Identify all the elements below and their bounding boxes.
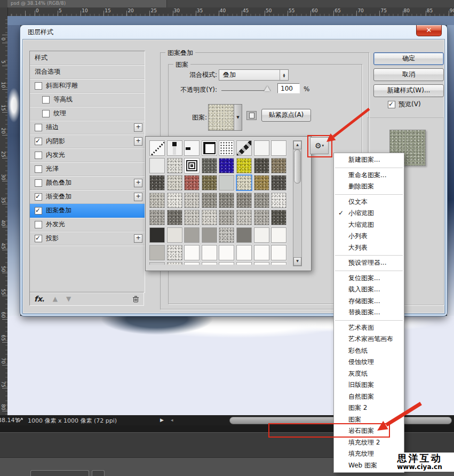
- style-checkbox[interactable]: [35, 124, 42, 131]
- document-tab[interactable]: psd @ 38.14% (RGB/8): [7, 0, 167, 7]
- style-list-item-渐变叠加[interactable]: 渐变叠加+: [30, 190, 145, 204]
- menu-item-艺术表面[interactable]: 艺术表面: [334, 322, 404, 334]
- pattern-swatch[interactable]: [184, 158, 200, 173]
- pattern-swatch[interactable]: [184, 227, 200, 243]
- pattern-swatch[interactable]: [202, 140, 217, 156]
- style-checkbox[interactable]: [35, 235, 42, 242]
- expand-plus-icon[interactable]: +: [134, 137, 142, 146]
- opacity-slider-thumb[interactable]: [264, 86, 270, 91]
- pattern-swatch[interactable]: [149, 210, 165, 225]
- pattern-swatch[interactable]: [167, 210, 182, 225]
- pattern-swatch[interactable]: [254, 210, 269, 225]
- pattern-swatch-selected[interactable]: [236, 174, 252, 191]
- new-pattern-from-current-icon[interactable]: [246, 111, 257, 120]
- pattern-swatch[interactable]: [254, 245, 269, 260]
- pattern-swatch[interactable]: [271, 245, 286, 260]
- pattern-swatch[interactable]: [271, 140, 286, 156]
- pattern-swatch[interactable]: [167, 193, 182, 208]
- pattern-swatch[interactable]: [254, 140, 269, 156]
- pattern-swatch-current[interactable]: [208, 104, 234, 131]
- pattern-swatch[interactable]: [219, 158, 234, 173]
- pattern-swatch[interactable]: [202, 158, 217, 173]
- opacity-slider-track[interactable]: [221, 90, 270, 91]
- scroll-down-icon[interactable]: ▼: [293, 257, 301, 266]
- pattern-swatch[interactable]: [202, 193, 217, 208]
- snap-to-origin-button[interactable]: 贴紧原点(A): [261, 109, 311, 122]
- style-checkbox[interactable]: [35, 152, 42, 159]
- pattern-swatch[interactable]: [219, 175, 234, 191]
- pattern-swatch[interactable]: [149, 158, 165, 173]
- style-checkbox[interactable]: [35, 82, 42, 90]
- timeline-small-button-partial[interactable]: [92, 470, 105, 476]
- pattern-swatch[interactable]: [184, 175, 200, 191]
- preview-checkbox[interactable]: [388, 101, 395, 108]
- pattern-swatch[interactable]: [236, 158, 252, 173]
- menu-item-填充纹理 2[interactable]: 填充纹理 2: [334, 437, 404, 449]
- style-list-item-投影[interactable]: 投影+: [30, 232, 145, 245]
- menu-item-新建图案...[interactable]: 新建图案...: [334, 154, 404, 166]
- expand-plus-icon[interactable]: +: [134, 234, 142, 243]
- pattern-swatch[interactable]: [219, 140, 234, 156]
- pattern-swatch[interactable]: [184, 210, 200, 225]
- pattern-swatch[interactable]: [167, 175, 182, 191]
- pattern-scrollbar[interactable]: ▲ ▼: [293, 140, 302, 266]
- style-checkbox[interactable]: [35, 221, 42, 228]
- pattern-swatch[interactable]: [167, 245, 182, 260]
- pattern-swatch[interactable]: [236, 262, 252, 265]
- menu-item-图案 2[interactable]: 图案 2: [334, 402, 404, 414]
- pattern-swatch[interactable]: [271, 262, 286, 265]
- doc-info-icon[interactable]: [17, 417, 24, 423]
- style-list-item-内发光[interactable]: 内发光: [30, 148, 145, 162]
- menu-item-存储图案...[interactable]: 存储图案...: [334, 296, 404, 307]
- menu-item-旧版图案[interactable]: 旧版图案: [334, 379, 404, 391]
- style-list-item-颜色叠加[interactable]: 颜色叠加+: [30, 176, 145, 190]
- pattern-swatch[interactable]: [271, 227, 286, 243]
- pattern-swatch[interactable]: [236, 210, 252, 225]
- pattern-swatch[interactable]: [202, 210, 217, 225]
- pattern-swatch[interactable]: [167, 262, 182, 265]
- menu-item-删除图案[interactable]: 删除图案: [334, 181, 404, 193]
- status-collapse-icon[interactable]: ◂: [171, 417, 173, 423]
- style-checkbox[interactable]: [35, 165, 42, 173]
- menu-item-载入图案...[interactable]: 载入图案...: [334, 284, 404, 296]
- menu-item-大缩览图[interactable]: 大缩览图: [334, 219, 404, 231]
- style-list-item-纹理[interactable]: 纹理: [30, 107, 145, 121]
- delete-effect-icon[interactable]: [132, 296, 139, 303]
- fx-menu-button[interactable]: fx▾: [34, 295, 44, 303]
- style-list-item-描边[interactable]: 描边+: [30, 121, 145, 134]
- style-list-item-光泽[interactable]: 光泽: [30, 162, 145, 176]
- status-expand-icon[interactable]: ▶: [160, 417, 164, 423]
- pattern-swatch[interactable]: [271, 175, 286, 191]
- pattern-swatch[interactable]: [271, 210, 286, 225]
- pattern-swatch[interactable]: [254, 175, 269, 191]
- pattern-swatch[interactable]: [202, 175, 217, 191]
- pattern-swatch[interactable]: [184, 140, 200, 156]
- menu-item-大列表[interactable]: 大列表: [334, 242, 404, 254]
- pattern-swatch[interactable]: [236, 140, 252, 156]
- pattern-swatch[interactable]: [184, 262, 200, 265]
- pattern-swatch[interactable]: [254, 227, 269, 243]
- expand-plus-icon[interactable]: +: [134, 193, 142, 201]
- pattern-swatch[interactable]: [254, 193, 269, 208]
- combo-spinner-icon[interactable]: ▲▼: [280, 70, 288, 80]
- pattern-swatch[interactable]: [236, 227, 252, 243]
- style-checkbox[interactable]: [35, 207, 42, 215]
- style-list-item-斜面和浮雕[interactable]: 斜面和浮雕: [30, 79, 145, 93]
- pattern-swatch[interactable]: [236, 245, 252, 260]
- style-list-item-图案叠加[interactable]: 图案叠加: [30, 204, 145, 218]
- pattern-swatch[interactable]: [149, 175, 165, 191]
- blend-mode-select[interactable]: 叠加 ▲▼: [219, 69, 289, 81]
- pattern-swatch[interactable]: [149, 245, 165, 260]
- pattern-swatch[interactable]: [167, 140, 182, 156]
- pattern-swatch[interactable]: [149, 140, 165, 156]
- pattern-swatch[interactable]: [202, 245, 217, 260]
- timeline-button-partial[interactable]: [30, 470, 89, 476]
- style-checkbox[interactable]: [35, 138, 42, 145]
- close-button[interactable]: ✕: [416, 25, 442, 36]
- menu-item-艺术家画笔画布[interactable]: 艺术家画笔画布: [334, 334, 404, 345]
- pattern-swatch[interactable]: [271, 193, 286, 208]
- scroll-up-icon[interactable]: ▲: [293, 141, 301, 149]
- pattern-swatch[interactable]: [202, 262, 217, 265]
- pattern-swatch[interactable]: [167, 227, 182, 243]
- style-checkbox[interactable]: [42, 96, 50, 104]
